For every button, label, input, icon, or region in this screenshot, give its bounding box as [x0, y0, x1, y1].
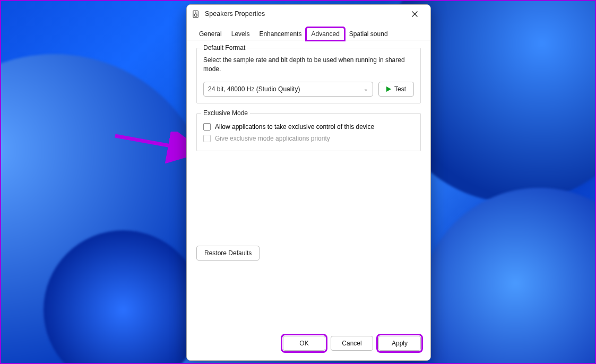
ok-button-label: OK	[299, 340, 308, 347]
close-button[interactable]	[404, 6, 425, 21]
titlebar: Speakers Properties	[187, 5, 430, 23]
restore-defaults-label: Restore Defaults	[204, 249, 252, 257]
sample-rate-combobox[interactable]: 24 bit, 48000 Hz (Studio Quality) ⌄	[203, 82, 373, 97]
dialog-footer: OK Cancel Apply	[187, 330, 430, 360]
checkbox-give-priority: Give exclusive mode applications priorit…	[203, 133, 414, 144]
give-priority-label: Give exclusive mode applications priorit…	[215, 135, 330, 142]
exclusive-mode-title: Exclusive Mode	[201, 109, 250, 117]
tab-enhancements[interactable]: Enhancements	[254, 28, 306, 40]
checkbox-icon	[203, 135, 211, 142]
cancel-button-label: Cancel	[342, 340, 361, 347]
groupbox-exclusive-mode: Exclusive Mode Allow applications to tak…	[196, 113, 421, 151]
tab-advanced[interactable]: Advanced	[306, 28, 344, 40]
chevron-down-icon: ⌄	[364, 85, 368, 92]
ok-button[interactable]: OK	[283, 336, 325, 351]
apply-button-label: Apply	[392, 340, 408, 347]
tab-general[interactable]: General	[194, 28, 227, 40]
default-format-title: Default Format	[201, 44, 247, 51]
test-button-label: Test	[394, 85, 406, 93]
tab-content-advanced: Default Format Select the sample rate an…	[187, 40, 430, 330]
close-icon	[412, 11, 418, 17]
checkbox-icon	[203, 123, 211, 131]
allow-exclusive-label: Allow applications to take exclusive con…	[215, 123, 374, 131]
svg-point-2	[194, 13, 197, 16]
checkbox-allow-exclusive[interactable]: Allow applications to take exclusive con…	[203, 121, 414, 133]
tab-levels[interactable]: Levels	[227, 28, 255, 40]
svg-point-3	[195, 12, 196, 13]
speaker-icon	[192, 10, 201, 18]
default-format-help: Select the sample rate and bit depth to …	[203, 56, 414, 74]
sample-rate-selected: 24 bit, 48000 Hz (Studio Quality)	[208, 85, 300, 93]
restore-defaults-button[interactable]: Restore Defaults	[196, 246, 260, 261]
cancel-button[interactable]: Cancel	[331, 336, 373, 351]
window-title: Speakers Properties	[205, 10, 265, 18]
groupbox-default-format: Default Format Select the sample rate an…	[196, 48, 421, 103]
tab-strip: General Levels Enhancements Advanced Spa…	[187, 23, 430, 40]
tab-spatial-sound[interactable]: Spatial sound	[344, 28, 393, 40]
background-shape	[420, 188, 596, 364]
test-button[interactable]: Test	[378, 82, 414, 97]
apply-button[interactable]: Apply	[378, 336, 421, 351]
properties-dialog: Speakers Properties General Levels Enhan…	[186, 4, 431, 361]
play-icon	[386, 86, 391, 92]
